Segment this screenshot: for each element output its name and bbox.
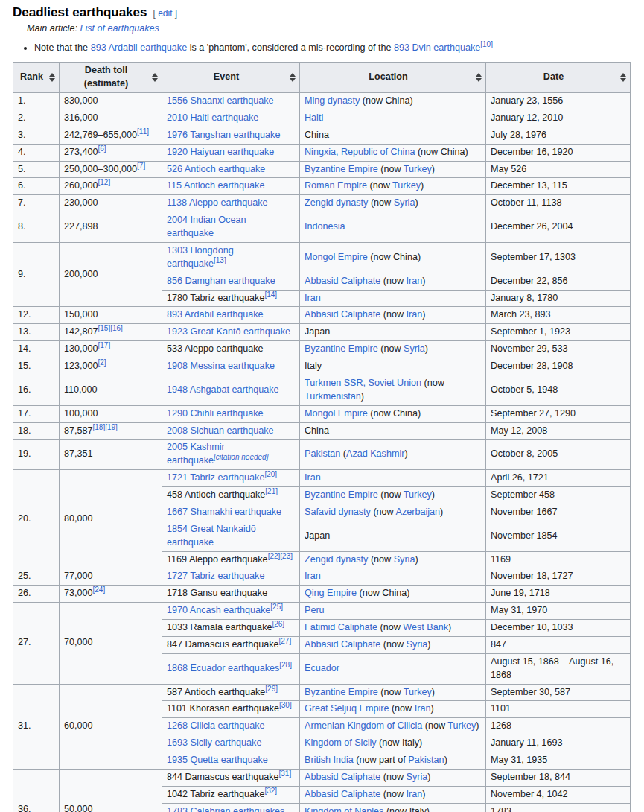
event-link[interactable]: 2004 Indian Ocean earthquake bbox=[167, 215, 246, 238]
wiki-link[interactable]: Abbasid Caliphate bbox=[305, 276, 380, 286]
column-header-toll[interactable]: Death toll (estimate) bbox=[60, 63, 162, 93]
wiki-link[interactable]: Roman Empire bbox=[305, 180, 367, 191]
column-header-event[interactable]: Event bbox=[162, 63, 300, 93]
wiki-link[interactable]: Safavid dynasty bbox=[305, 507, 371, 517]
event-link[interactable]: 1976 Tangshan earthquake bbox=[167, 130, 280, 140]
footnote-ref[interactable]: [11] bbox=[137, 127, 149, 136]
wiki-link[interactable]: Azad Kashmir bbox=[346, 448, 404, 459]
wiki-link[interactable]: Byzantine Empire bbox=[305, 489, 378, 500]
wiki-link[interactable]: Armenian Kingdom of Cilicia bbox=[305, 720, 422, 731]
event-link[interactable]: 1268 Cilicia earthquake bbox=[167, 720, 265, 731]
wiki-link[interactable]: Indonesia bbox=[305, 221, 345, 232]
event-link[interactable]: 1923 Great Kantō earthquake bbox=[167, 326, 290, 337]
wiki-link[interactable]: Byzantine Empire bbox=[305, 343, 378, 354]
wiki-link[interactable]: Kingdom of Sicily bbox=[305, 738, 377, 748]
wiki-link[interactable]: Pakistan bbox=[408, 755, 444, 765]
footnote-ref[interactable]: [20] bbox=[264, 470, 277, 478]
main-article-link[interactable]: List of earthquakes bbox=[80, 23, 159, 34]
wiki-link[interactable]: Byzantine Empire bbox=[305, 164, 378, 174]
wiki-link[interactable]: Byzantine Empire bbox=[305, 687, 378, 697]
column-header-location[interactable]: Location bbox=[300, 63, 486, 93]
wiki-link[interactable]: Iran bbox=[305, 472, 321, 483]
footnote-ref[interactable]: [10] bbox=[480, 40, 493, 48]
wiki-link[interactable]: Fatimid Caliphate bbox=[305, 622, 377, 632]
wiki-link[interactable]: Haiti bbox=[305, 112, 323, 123]
event-link[interactable]: 1727 Tabriz earthquake bbox=[167, 571, 264, 581]
footnote-ref[interactable]: [21] bbox=[265, 487, 278, 495]
wiki-link[interactable]: Iran bbox=[305, 571, 321, 581]
wiki-link[interactable]: Great Seljuq Empire bbox=[305, 703, 389, 714]
footnote-ref[interactable]: [17] bbox=[98, 341, 111, 349]
event-link[interactable]: 1721 Tabriz earthquake bbox=[167, 472, 264, 483]
wiki-link[interactable]: Iran bbox=[305, 293, 321, 303]
wiki-link[interactable]: Turkey bbox=[447, 720, 476, 731]
footnote-ref[interactable]: [7] bbox=[137, 161, 145, 169]
footnote-ref[interactable]: [12] bbox=[98, 178, 111, 186]
wiki-link[interactable]: Qing Empire bbox=[305, 588, 357, 598]
event-link[interactable]: 1290 Chihli earthquake bbox=[167, 408, 264, 419]
event-link[interactable]: 1667 Shamakhi earthquake bbox=[167, 507, 281, 517]
column-header-date[interactable]: Date bbox=[486, 63, 631, 93]
wiki-link[interactable]: Syria bbox=[394, 197, 415, 208]
footnote-ref[interactable]: [27] bbox=[279, 637, 292, 645]
event-link[interactable]: 115 Antioch earthquake bbox=[167, 180, 264, 191]
footnote-ref[interactable]: [32] bbox=[264, 787, 277, 795]
sort-icon[interactable] bbox=[290, 73, 296, 82]
wiki-link[interactable]: Abbasid Caliphate bbox=[305, 772, 380, 782]
sort-icon[interactable] bbox=[476, 73, 482, 82]
event-link[interactable]: 1970 Ancash earthquake bbox=[167, 605, 270, 615]
event-link[interactable]: 2008 Sichuan earthquake bbox=[167, 425, 274, 436]
event-link[interactable]: 1948 Ashgabat earthquake bbox=[167, 384, 279, 395]
footnote-ref[interactable]: [15] bbox=[98, 324, 111, 332]
footnote-ref[interactable]: [26] bbox=[272, 620, 284, 628]
wiki-link[interactable]: Syria bbox=[407, 639, 428, 650]
event-link[interactable]: 1783 Calabrian earthquakes bbox=[167, 806, 284, 812]
wiki-link[interactable]: 893 Dvin earthquake bbox=[394, 42, 480, 53]
column-header-rank[interactable]: Rank bbox=[13, 63, 60, 93]
footnote-ref[interactable]: [29] bbox=[265, 684, 278, 692]
wiki-link[interactable]: Pakistan bbox=[305, 448, 340, 459]
wiki-link[interactable]: Mongol Empire bbox=[305, 408, 368, 419]
wiki-link[interactable]: Peru bbox=[305, 605, 325, 615]
footnote-ref[interactable]: [23] bbox=[280, 551, 293, 559]
event-link[interactable]: 526 Antioch earthquake bbox=[167, 164, 265, 174]
event-link[interactable]: 1138 Aleppo earthquake bbox=[167, 197, 268, 208]
wiki-link[interactable]: Iran bbox=[407, 789, 423, 799]
wiki-link[interactable]: Iran bbox=[415, 703, 431, 714]
wiki-link[interactable]: Turkey bbox=[404, 687, 432, 697]
wiki-link[interactable]: Turkey bbox=[404, 489, 432, 500]
wiki-link[interactable]: Azerbaijan bbox=[396, 507, 441, 517]
wiki-link[interactable]: Syria bbox=[404, 343, 425, 354]
event-link[interactable]: 2010 Haiti earthquake bbox=[167, 112, 258, 123]
footnote-ref[interactable]: [2] bbox=[98, 358, 106, 367]
event-link[interactable]: 1908 Messina earthquake bbox=[167, 361, 275, 371]
wiki-link[interactable]: Abbasid Caliphate bbox=[305, 789, 380, 799]
event-link[interactable]: 1868 Ecuador earthquakes bbox=[167, 663, 279, 673]
footnote-ref[interactable]: [18] bbox=[93, 422, 106, 431]
footnote-ref[interactable]: [citation needed] bbox=[214, 453, 268, 461]
edit-link[interactable]: edit bbox=[158, 8, 172, 19]
footnote-ref[interactable]: [31] bbox=[279, 770, 292, 778]
wiki-link[interactable]: Zengid dynasty bbox=[305, 197, 368, 208]
wiki-link[interactable]: Mongol Empire bbox=[305, 252, 368, 262]
footnote-ref[interactable]: [19] bbox=[105, 422, 118, 431]
footnote-ref[interactable]: [25] bbox=[270, 603, 283, 611]
event-link[interactable]: 1920 Haiyuan earthquake bbox=[167, 147, 274, 157]
wiki-link[interactable]: Abbasid Caliphate bbox=[305, 309, 380, 320]
wiki-link[interactable]: West Bank bbox=[403, 622, 448, 632]
wiki-link[interactable]: Turkey bbox=[392, 180, 421, 191]
sort-icon[interactable] bbox=[620, 73, 626, 82]
wiki-link[interactable]: Iran bbox=[407, 276, 423, 286]
footnote-ref[interactable]: [30] bbox=[279, 701, 292, 709]
event-link[interactable]: 856 Damghan earthquake bbox=[167, 276, 275, 286]
wiki-link[interactable]: Syria bbox=[394, 554, 415, 565]
event-link[interactable]: 1854 Great Nankaidō earthquake bbox=[167, 524, 256, 548]
footnote-ref[interactable]: [24] bbox=[93, 586, 106, 594]
event-link[interactable]: 893 Ardabil earthquake bbox=[167, 309, 264, 320]
event-link[interactable]: 1556 Shaanxi earthquake bbox=[167, 95, 274, 106]
sort-icon[interactable] bbox=[152, 73, 158, 82]
footnote-ref[interactable]: [14] bbox=[264, 290, 277, 298]
footnote-ref[interactable]: [6] bbox=[98, 144, 106, 152]
wiki-link[interactable]: Turkmenistan bbox=[305, 391, 361, 402]
wiki-link[interactable]: Syria bbox=[407, 772, 428, 782]
